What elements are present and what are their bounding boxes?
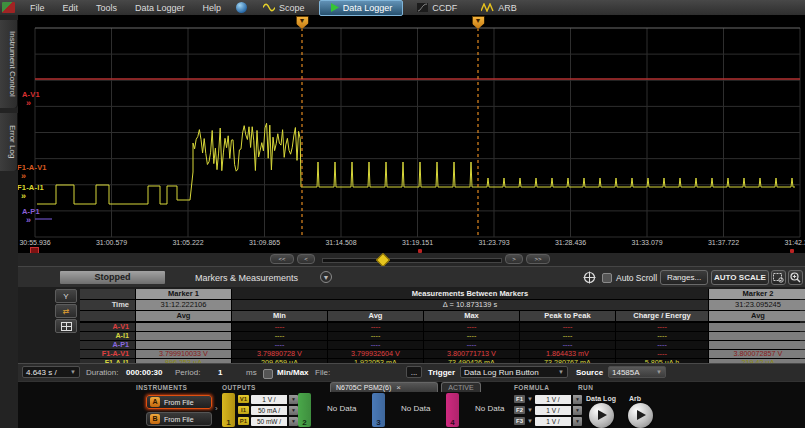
- grid-tool-button[interactable]: [55, 319, 77, 333]
- dropdown-arrow-icon[interactable]: ▼: [289, 406, 298, 415]
- scroll-back-button[interactable]: <: [297, 254, 315, 264]
- datalog-run-button[interactable]: [589, 403, 614, 428]
- x-axis-label: 31:28.436: [555, 239, 586, 246]
- channel-2-bar[interactable]: 2: [298, 393, 311, 427]
- duration-value[interactable]: 000:00:30: [126, 368, 162, 377]
- menu-tools[interactable]: Tools: [87, 3, 126, 13]
- tab-close-icon[interactable]: ×: [396, 383, 401, 392]
- sidebar-tab-error-log[interactable]: Error Log: [0, 113, 18, 171]
- datalog-settings-bar: 4.643 s /▼ Duration: 000:00:30 Period: 1…: [0, 363, 805, 381]
- dropdown-arrow-icon[interactable]: ▼: [289, 395, 298, 404]
- formula-dropdown-icon[interactable]: ▼: [527, 418, 533, 424]
- scroll-handle[interactable]: [376, 253, 390, 267]
- menu-file[interactable]: File: [21, 3, 54, 13]
- dropdown-arrow-icon[interactable]: ▼: [289, 417, 298, 426]
- table-row-a-i1[interactable]: A-I1--------------------: [80, 332, 805, 340]
- max-col-header: Max: [424, 311, 519, 321]
- waveform-plot[interactable]: [18, 15, 805, 253]
- tab-data-logger[interactable]: Data Logger: [319, 0, 404, 16]
- scroll-rewind-button[interactable]: <<: [270, 254, 294, 264]
- sidebar-tab-instrument-control[interactable]: Instrument Control: [0, 20, 18, 108]
- channel-2-no-data: No Data: [327, 404, 356, 413]
- table-row-a-v1[interactable]: A-V1--------------------: [80, 323, 805, 331]
- output1-i1-range[interactable]: I150 mA /▼: [238, 405, 298, 415]
- table-cell: ----: [616, 350, 708, 358]
- menu-bar: File Edit Tools Data Logger Help Scope D…: [0, 0, 805, 15]
- formula-f1-range[interactable]: F1▼1 V /▼: [514, 394, 582, 404]
- table-cell: 3.79890728 V: [232, 350, 327, 358]
- ranges-button[interactable]: Ranges...: [660, 270, 708, 285]
- tab-arb[interactable]: ARB: [471, 1, 527, 15]
- instrument-b-button[interactable]: B From File: [146, 412, 212, 426]
- file-browse-button[interactable]: ...: [406, 366, 422, 378]
- formula-f2-range[interactable]: F2▼1 V /▼: [514, 405, 582, 415]
- channel-3-bar[interactable]: 3: [372, 393, 385, 427]
- menu-help[interactable]: Help: [194, 3, 231, 13]
- menu-edit[interactable]: Edit: [54, 3, 88, 13]
- run-section-title: RUN: [578, 384, 593, 391]
- badge-v1: V1: [238, 395, 249, 403]
- table-row-a-p1[interactable]: A-P1--------------------: [80, 341, 805, 349]
- instruments-expand-icon[interactable]: ›: [215, 404, 218, 413]
- markers-tool-button[interactable]: ⇄: [55, 304, 77, 318]
- trace-marker-arrow[interactable]: »: [26, 100, 31, 106]
- x-axis-label: 31:05.222: [172, 239, 203, 246]
- active-log-tab[interactable]: ACTIVE: [441, 382, 481, 392]
- scroll-forward-button[interactable]: >: [505, 254, 523, 264]
- app-window: File Edit Tools Data Logger Help Scope D…: [0, 0, 805, 428]
- minmax-checkbox[interactable]: [263, 369, 273, 379]
- formula-dropdown-icon[interactable]: ▼: [527, 407, 533, 413]
- channel-4-bar[interactable]: 4: [446, 393, 459, 427]
- scroll-track[interactable]: [322, 258, 502, 263]
- play-icon: [330, 3, 339, 12]
- info-icon[interactable]: [236, 2, 247, 13]
- instrument-b-label: From File: [164, 416, 194, 423]
- source-dropdown[interactable]: 14585A▼: [608, 366, 666, 378]
- timescale-dropdown[interactable]: 4.643 s /▼: [22, 366, 80, 378]
- badge-f2: F2: [514, 406, 525, 414]
- instrument-a-button[interactable]: A From File: [146, 395, 212, 409]
- output1-v1-range[interactable]: V11 V /▼: [238, 394, 298, 404]
- table-row-f1-a-v1[interactable]: F1-A-V13.799910033 V3.79890728 V3.799932…: [80, 350, 805, 358]
- trace-marker-arrow[interactable]: »: [21, 173, 26, 179]
- scroll-ffwd-button[interactable]: >>: [526, 254, 550, 264]
- panel-collapse-icon[interactable]: ▼: [320, 271, 332, 283]
- arb-run-button[interactable]: [628, 403, 653, 428]
- table-cell: ----: [232, 332, 327, 340]
- table-cell: [709, 341, 805, 349]
- auto-scroll-checkbox[interactable]: [602, 273, 612, 283]
- menu-data-logger[interactable]: Data Logger: [126, 3, 194, 13]
- table-cell: ----: [328, 323, 423, 331]
- zoom-region-button[interactable]: [771, 270, 786, 285]
- branch-tool-button[interactable]: Y: [55, 289, 77, 303]
- auto-scroll-label: Auto Scroll: [616, 273, 657, 283]
- range-value[interactable]: 1 V /: [251, 395, 287, 404]
- auto-scale-button[interactable]: AUTO SCALE: [711, 270, 769, 285]
- pan-tool-button[interactable]: [583, 270, 596, 285]
- range-value[interactable]: 50 mW /: [251, 417, 287, 426]
- formula-f3-range[interactable]: F3▼1 V /▼: [514, 416, 582, 426]
- dropdown-arrow-icon[interactable]: ▼: [573, 417, 582, 426]
- range-value[interactable]: 1 V /: [535, 417, 571, 426]
- range-value[interactable]: 1 V /: [535, 406, 571, 415]
- zoom-in-button[interactable]: [788, 270, 803, 285]
- badge-f3: F3: [514, 417, 525, 425]
- trace-marker-arrow[interactable]: »: [26, 217, 31, 223]
- tab-ccdf[interactable]: CCDF: [407, 1, 467, 15]
- range-value[interactable]: 1 V /: [535, 395, 571, 404]
- period-value[interactable]: 1: [218, 368, 222, 377]
- channel-1-bar[interactable]: 1: [222, 393, 235, 427]
- datalog-file-tab[interactable]: N6705C PSM2(6) ×: [330, 382, 438, 392]
- chart-area[interactable]: A-V1»F1-A-V1»F1-A-I1»A-P1»30:55.93631:00…: [18, 15, 805, 253]
- formula-dropdown-icon[interactable]: ▼: [527, 396, 533, 402]
- trace-marker-arrow[interactable]: »: [21, 193, 26, 199]
- dropdown-arrow-icon[interactable]: ▼: [573, 395, 582, 404]
- markers-delta: Δ = 10.873139 s: [232, 300, 708, 310]
- tab-scope[interactable]: Scope: [253, 1, 315, 15]
- trigger-dropdown[interactable]: Data Log Run Button▼: [460, 366, 568, 378]
- auto-scroll-control[interactable]: Auto Scroll: [602, 270, 657, 285]
- crosshair-icon: [583, 271, 596, 284]
- output1-p1-range[interactable]: P150 mW /▼: [238, 416, 298, 426]
- dropdown-arrow-icon[interactable]: ▼: [573, 406, 582, 415]
- range-value[interactable]: 50 mA /: [251, 406, 287, 415]
